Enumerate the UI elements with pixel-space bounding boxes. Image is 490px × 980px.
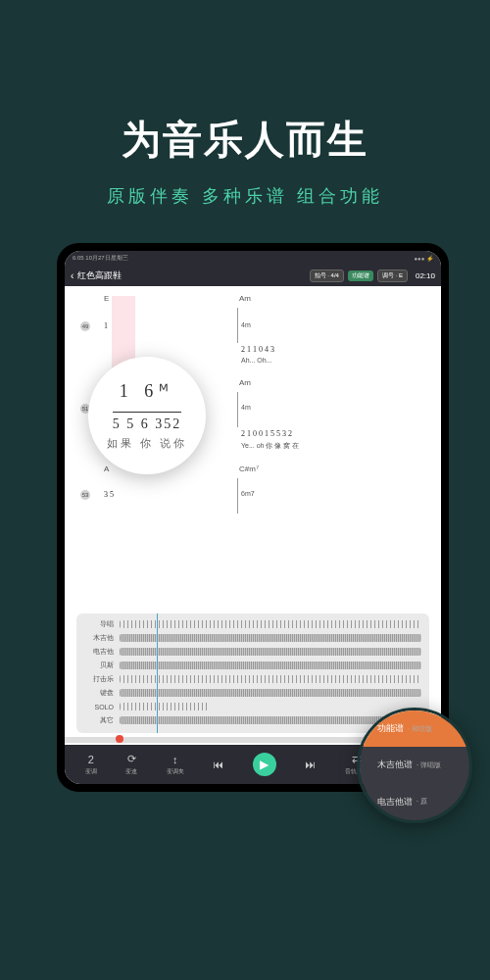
magnified-notation-top: 1 6ᴹ: [120, 380, 175, 402]
track-label: 木吉他: [84, 633, 114, 643]
score-area[interactable]: E Am 49 1 4m 2 1 1 0 4 3 Ah... Oh... Am …: [65, 286, 441, 610]
track-row: 木吉他: [84, 631, 421, 645]
popup-label: 木吉他谱: [377, 759, 413, 771]
track-label: 导唱: [84, 619, 114, 629]
popup-sublabel: · 弹唱版: [416, 760, 441, 770]
magnified-notation-mid: 5 5 6 352: [113, 412, 182, 432]
status-time: 6:05 10月27日星期三: [73, 254, 128, 263]
popup-label: 功能谱: [377, 722, 404, 735]
skip-forward-icon: ⏭: [305, 759, 316, 770]
tracks-panel[interactable]: 导唱 木吉他 电吉他 贝斯 打击乐 键盘 SOLO 其它: [76, 613, 429, 733]
chord-label: A: [104, 465, 109, 473]
tablet-screen: 6:05 10月27日星期三 ●●● ⚡ ‹ 红色高跟鞋 拍号 · 4/4 功能…: [65, 251, 441, 784]
track-label: 打击乐: [84, 674, 114, 684]
magnifier-lens: 1 6ᴹ 5 5 6 352 如果 你 说你: [88, 357, 206, 474]
track-label: 电吉他: [84, 647, 114, 657]
notation: 2 1 0 0 1 5 5 3 2: [241, 429, 292, 438]
track-row: 其它: [84, 713, 421, 727]
ctrl-label: 变调: [85, 767, 97, 776]
back-button[interactable]: ‹: [71, 270, 74, 281]
progress-handle[interactable]: [116, 735, 123, 743]
ctrl-label: 变调夹: [167, 767, 184, 776]
measure-number: 53: [80, 490, 90, 500]
score-type-popup: 功能谱 · 和弦版 木吉他谱 · 弹唱版 电吉他谱 · 原: [357, 708, 472, 823]
lyric: Ye... oh 你 像 窝 在: [241, 441, 299, 451]
waveform[interactable]: [120, 703, 210, 710]
status-icons: ●●● ⚡: [414, 255, 433, 262]
notation: 2 1 1 0 4 3: [241, 345, 274, 354]
track-label: 贝斯: [84, 661, 114, 670]
play-button[interactable]: ▶: [253, 753, 276, 776]
chord-label: C#m⁷: [239, 465, 259, 473]
skip-back-icon: ⏮: [213, 759, 223, 770]
waveform[interactable]: [120, 675, 421, 683]
playhead[interactable]: [157, 613, 158, 733]
chord-label: 6m7: [241, 490, 255, 497]
song-title: 红色高跟鞋: [77, 270, 305, 282]
hero-title: 为音乐人而生: [0, 113, 490, 167]
track-row: SOLO: [84, 700, 421, 713]
chord-label: Am: [239, 378, 251, 387]
barline: [237, 308, 238, 343]
badge-score-mode[interactable]: 功能谱: [348, 270, 373, 281]
popup-label: 电吉他谱: [377, 796, 413, 808]
popup-sublabel: · 原: [416, 797, 427, 807]
chord-label: 4m: [241, 404, 251, 411]
barline: [237, 392, 238, 427]
popup-item-electric-guitar[interactable]: 电吉他谱 · 原: [360, 784, 469, 820]
play-icon: ▶: [260, 758, 269, 771]
notation: 1: [104, 321, 108, 330]
barline: [237, 478, 238, 514]
track-row: 打击乐: [84, 672, 421, 686]
capo-button[interactable]: ↕ 变调夹: [167, 754, 184, 776]
next-button[interactable]: ⏭: [305, 759, 316, 770]
prev-button[interactable]: ⏮: [213, 759, 223, 770]
waveform[interactable]: [120, 620, 421, 628]
popup-item-acoustic-guitar[interactable]: 木吉他谱 · 弹唱版: [360, 747, 469, 783]
badge-time-signature[interactable]: 拍号 · 4/4: [310, 270, 344, 282]
chord-label: Am: [239, 294, 251, 303]
track-row: 导唱: [84, 617, 421, 631]
waveform[interactable]: [120, 634, 421, 642]
chord-label: 4m: [241, 321, 251, 328]
popup-sublabel: · 和弦版: [408, 724, 432, 734]
app-header: ‹ 红色高跟鞋 拍号 · 4/4 功能谱 调号 · E 02:10: [65, 265, 441, 286]
tempo-icon: ⟳: [127, 753, 136, 765]
lyric: Ah... Oh...: [241, 357, 272, 364]
tempo-button[interactable]: ⟳ 变速: [125, 753, 137, 776]
transpose-button[interactable]: 2 变调: [85, 754, 97, 776]
track-label: SOLO: [84, 704, 114, 710]
track-label: 其它: [84, 715, 114, 725]
badge-key[interactable]: 调号 · E: [377, 270, 408, 282]
chord-label: E: [104, 294, 109, 303]
capo-icon: ↕: [172, 754, 178, 765]
notation: 3 5: [104, 490, 114, 499]
tablet-frame: 6:05 10月27日星期三 ●●● ⚡ ‹ 红色高跟鞋 拍号 · 4/4 功能…: [57, 243, 449, 792]
waveform[interactable]: [120, 648, 421, 656]
ctrl-label: 变速: [125, 767, 137, 776]
duration: 02:10: [416, 271, 435, 280]
measure-number: 49: [80, 321, 90, 331]
magnified-lyric: 如果 你 说你: [107, 436, 187, 451]
track-row: 电吉他: [84, 645, 421, 659]
hero-subtitle: 原版伴奏 多种乐谱 组合功能: [0, 184, 490, 208]
transpose-value: 2: [88, 754, 94, 765]
track-row: 贝斯: [84, 659, 421, 672]
status-bar: 6:05 10月27日星期三 ●●● ⚡: [65, 251, 441, 265]
waveform[interactable]: [120, 689, 421, 697]
track-row: 键盘: [84, 686, 421, 700]
track-label: 键盘: [84, 688, 114, 698]
waveform[interactable]: [120, 662, 421, 669]
